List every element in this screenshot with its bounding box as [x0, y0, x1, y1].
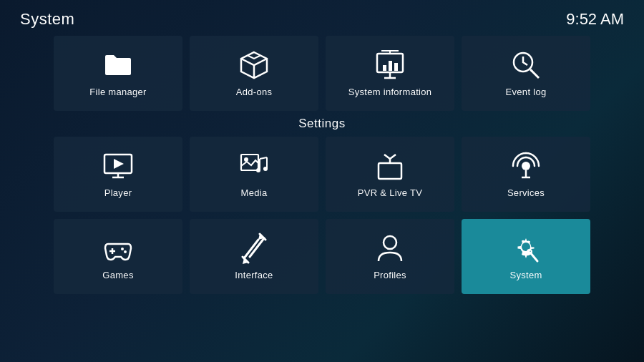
- gear-wrench-icon: [510, 233, 542, 264]
- svg-rect-7: [383, 65, 386, 71]
- tile-pvr-live-tv[interactable]: PVR & Live TV: [326, 137, 454, 212]
- tile-label: Add-ons: [236, 87, 273, 97]
- svg-point-12: [531, 70, 533, 72]
- svg-line-27: [390, 155, 396, 159]
- podcast-icon: [510, 150, 542, 182]
- middle-row: Player Media PVR & Live TV: [0, 137, 644, 212]
- svg-rect-8: [389, 61, 392, 71]
- svg-point-34: [121, 248, 124, 250]
- tile-label: Media: [241, 187, 268, 198]
- tile-label: Games: [102, 270, 133, 280]
- svg-point-42: [384, 236, 396, 249]
- monitor-play-icon: [102, 150, 134, 182]
- svg-point-22: [256, 168, 260, 172]
- svg-point-18: [244, 157, 248, 162]
- tile-event-log[interactable]: Event log: [462, 36, 590, 111]
- tile-label: Interface: [235, 270, 273, 280]
- media-icon: [238, 150, 270, 182]
- page-title: System: [20, 10, 74, 29]
- tile-media[interactable]: Media: [190, 137, 318, 212]
- tile-label: Player: [104, 187, 132, 198]
- svg-rect-24: [379, 163, 401, 179]
- top-icons-row: File manager Add-ons System information: [0, 36, 644, 111]
- svg-line-26: [384, 155, 390, 159]
- svg-line-19: [260, 157, 267, 159]
- clock: 9:52 AM: [566, 10, 624, 29]
- tile-interface[interactable]: Interface: [190, 219, 318, 294]
- tile-add-ons[interactable]: Add-ons: [190, 36, 318, 111]
- tools-icon: [238, 233, 270, 264]
- tile-label: PVR & Live TV: [358, 187, 422, 198]
- tile-player[interactable]: Player: [54, 137, 182, 212]
- gamepad-icon: [102, 233, 134, 264]
- person-icon: [374, 233, 406, 264]
- svg-point-35: [124, 250, 127, 253]
- tile-label: Services: [507, 187, 545, 198]
- folder-icon: [102, 49, 134, 81]
- tile-services[interactable]: Services: [462, 137, 590, 212]
- tv-antenna-icon: [374, 150, 406, 182]
- svg-marker-14: [114, 159, 124, 169]
- tile-label: Event log: [506, 87, 547, 97]
- clock-search-icon: [510, 49, 542, 81]
- tile-system[interactable]: System: [462, 219, 590, 294]
- svg-point-23: [263, 167, 268, 171]
- svg-point-29: [522, 162, 530, 170]
- tile-label: System information: [348, 87, 432, 97]
- box-icon: [238, 49, 270, 81]
- tile-profiles[interactable]: Profiles: [326, 219, 454, 294]
- svg-rect-17: [241, 155, 258, 170]
- svg-rect-9: [394, 63, 398, 71]
- settings-section-label: Settings: [0, 117, 644, 131]
- bottom-row: Games Interface Profiles: [0, 219, 644, 294]
- tile-label: File manager: [89, 87, 146, 97]
- tile-label: System: [509, 270, 542, 280]
- top-bar: System 9:52 AM: [0, 0, 644, 36]
- presentation-icon: [374, 49, 406, 81]
- tile-system-information[interactable]: System information: [326, 36, 454, 111]
- tile-file-manager[interactable]: File manager: [54, 36, 182, 111]
- tile-label: Profiles: [374, 270, 406, 280]
- tile-games[interactable]: Games: [54, 219, 182, 294]
